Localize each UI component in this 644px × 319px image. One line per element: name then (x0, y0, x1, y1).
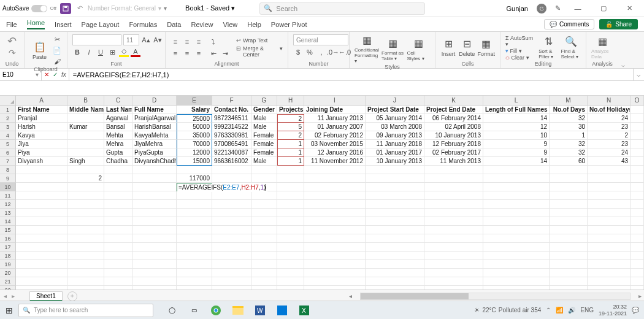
cell[interactable] (631, 217, 644, 226)
cell[interactable] (67, 252, 104, 260)
cell[interactable] (424, 183, 483, 191)
notifications-icon[interactable]: 💬 (632, 307, 639, 313)
cell[interactable] (304, 209, 366, 217)
tab-help[interactable]: Help (247, 21, 261, 28)
cell[interactable]: Full Name (132, 106, 177, 114)
cell[interactable]: 12 February 2018 (424, 140, 483, 148)
horizontal-scrollbar[interactable] (360, 293, 631, 300)
cell[interactable]: 01 January 2017 (366, 148, 424, 157)
explorer-icon[interactable] (232, 304, 244, 317)
cell[interactable] (304, 183, 366, 191)
font-color-icon[interactable]: A (131, 47, 140, 57)
cell[interactable]: 03 November 2015 (304, 140, 366, 148)
row-header[interactable]: 21 (0, 277, 16, 286)
scrollbar-thumb[interactable] (361, 293, 469, 299)
cell[interactable] (631, 234, 644, 243)
cell[interactable] (132, 209, 177, 217)
cell[interactable] (424, 260, 483, 269)
col-header[interactable]: O (631, 96, 644, 105)
cell[interactable] (483, 200, 550, 209)
col-header[interactable]: G (251, 96, 277, 105)
cell[interactable]: DivyanshChadha (132, 157, 177, 166)
cell[interactable]: 9872346511 (212, 114, 251, 123)
cell[interactable] (550, 286, 588, 290)
cell[interactable] (631, 243, 644, 252)
paste-button[interactable]: 📋Paste (29, 41, 50, 60)
cell[interactable] (132, 183, 177, 191)
cell[interactable]: 117000 (177, 174, 212, 183)
cell[interactable] (251, 286, 277, 290)
cell[interactable] (631, 166, 644, 174)
cell[interactable]: Last Name (104, 106, 132, 114)
cell[interactable]: Kumar (67, 123, 104, 131)
wrap-text-button[interactable]: ↩Wrap Text (236, 37, 283, 44)
cell[interactable] (104, 174, 132, 183)
row-header[interactable]: 8 (0, 166, 16, 174)
cell[interactable]: KavyaMehta (132, 131, 177, 140)
col-header[interactable]: L (483, 96, 550, 105)
cell[interactable] (251, 260, 277, 269)
cell[interactable] (132, 200, 177, 209)
cell[interactable]: No.of Days (550, 106, 588, 114)
cell[interactable] (67, 131, 104, 140)
cell[interactable] (277, 183, 304, 191)
underline-icon[interactable]: U (96, 47, 105, 57)
cell[interactable]: HarishBansal (132, 123, 177, 131)
scroll-left-icon[interactable]: ◂ (347, 293, 355, 299)
cell[interactable] (212, 217, 251, 226)
cell[interactable] (588, 269, 631, 277)
cell[interactable]: 32 (550, 148, 588, 157)
cell[interactable] (212, 269, 251, 277)
cell[interactable] (277, 200, 304, 209)
cell[interactable] (277, 209, 304, 217)
cell[interactable] (631, 157, 644, 166)
increase-indent-icon[interactable]: ⇥ (220, 48, 230, 58)
cell[interactable]: 1 (550, 131, 588, 140)
excel-icon[interactable]: X (298, 304, 310, 317)
cell[interactable] (67, 166, 104, 174)
cell[interactable] (132, 260, 177, 269)
cell[interactable] (67, 200, 104, 209)
cell[interactable] (67, 217, 104, 226)
row-header[interactable]: 6 (0, 148, 16, 157)
cell[interactable] (16, 286, 67, 290)
orientation-icon[interactable]: ⤵ (209, 37, 218, 47)
increase-decimal-icon[interactable]: .0→ (328, 47, 338, 57)
cell[interactable] (177, 286, 212, 290)
cell[interactable] (104, 243, 132, 252)
cell[interactable] (304, 226, 366, 234)
cell[interactable]: 60 (550, 157, 588, 166)
col-header[interactable]: C (104, 96, 132, 105)
col-header[interactable]: H (277, 96, 304, 105)
increase-font-icon[interactable]: A▴ (141, 35, 151, 45)
format-cells-button[interactable]: ▦Format (477, 38, 495, 57)
cell[interactable] (212, 277, 251, 286)
cell[interactable] (483, 252, 550, 260)
cell[interactable] (212, 252, 251, 260)
cell[interactable] (483, 191, 550, 200)
cell[interactable] (304, 269, 366, 277)
cell[interactable] (67, 148, 104, 157)
number-format-select[interactable]: General (293, 34, 348, 45)
accounting-icon[interactable]: $ (293, 47, 303, 57)
cell[interactable] (132, 286, 177, 290)
cell[interactable] (588, 166, 631, 174)
start-button[interactable]: ⊞ (0, 306, 18, 315)
cell[interactable] (177, 191, 212, 200)
col-header[interactable]: I (304, 96, 366, 105)
cell[interactable] (483, 243, 550, 252)
cell[interactable] (424, 217, 483, 226)
cell[interactable]: 9 (483, 148, 550, 157)
cell[interactable] (277, 269, 304, 277)
cell[interactable] (483, 226, 550, 234)
cell[interactable] (588, 260, 631, 269)
cell[interactable] (251, 209, 277, 217)
row-header[interactable]: 19 (0, 260, 16, 269)
cell[interactable] (251, 234, 277, 243)
cell[interactable]: 01 January 2007 (304, 123, 366, 131)
cell[interactable]: 9 (483, 140, 550, 148)
cell[interactable] (483, 234, 550, 243)
cell[interactable]: Gender (251, 106, 277, 114)
align-right-icon[interactable]: ≡ (194, 48, 204, 58)
cell[interactable] (251, 269, 277, 277)
